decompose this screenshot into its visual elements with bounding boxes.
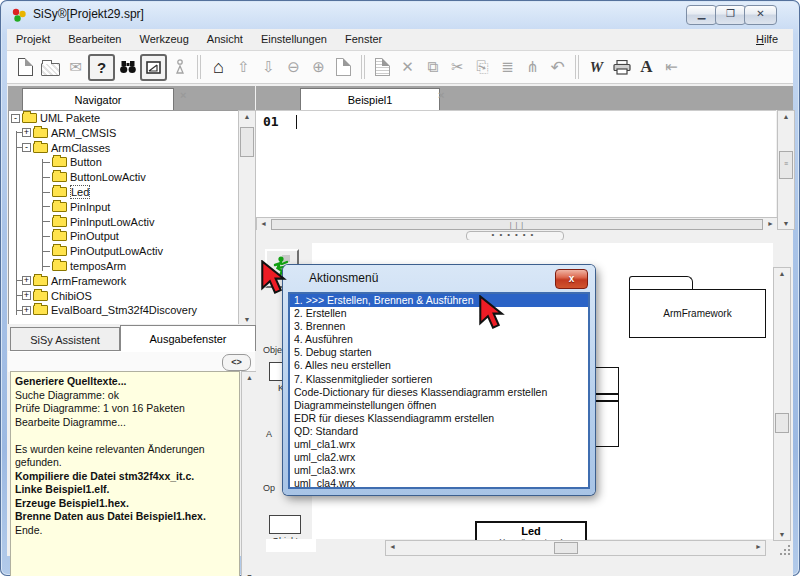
tree-item[interactable]: PinInputLowActiv — [9, 215, 238, 230]
tree-item-label[interactable]: ArmFramework — [51, 275, 126, 287]
action-list-item[interactable]: Code-Dictionary für dieses Klassendiagra… — [290, 386, 588, 399]
tree-item[interactable]: temposArm — [9, 259, 238, 274]
tree-item-label[interactable]: PinInputLowActiv — [70, 216, 154, 228]
tree-expander-icon[interactable]: + — [22, 306, 31, 315]
scroll-up-icon[interactable]: ▲ — [778, 113, 794, 120]
scroll-down-icon[interactable]: ▼ — [778, 220, 794, 227]
tree-item-label[interactable]: UML Pakete — [40, 112, 100, 124]
uml-package-armframework[interactable]: ArmFramework — [629, 289, 766, 338]
action-list-item[interactable]: QD: Standard — [290, 425, 588, 438]
resize-grip[interactable] — [779, 545, 791, 557]
menu-item[interactable]: Projekt — [7, 29, 59, 45]
tree-item[interactable]: -ArmClasses — [9, 141, 238, 156]
tree-item[interactable]: +ChibiOS — [9, 289, 238, 304]
palette-label-a[interactable]: A — [266, 429, 272, 439]
canvas-hscrollbar[interactable]: ◄ ► — [385, 540, 766, 556]
action-list-item[interactable]: 2. Erstellen — [290, 307, 588, 320]
diagram-window-icon[interactable] — [140, 54, 167, 81]
tab-sisy-assistent[interactable]: SiSy Assistent — [10, 327, 120, 351]
tree-item[interactable]: PinInput — [9, 200, 238, 215]
action-list-item[interactable]: 7. Klassenmitglieder sortieren — [290, 373, 588, 386]
canvas-vscrollbar[interactable]: ▲ ▼ — [773, 267, 791, 541]
code-editor[interactable]: 01 — [256, 110, 776, 218]
title-bar[interactable]: SiSy®[Projekt29.spr] ▁ ❐ ✕ — [0, 0, 800, 29]
open-folder-icon[interactable] — [38, 55, 63, 80]
print-icon[interactable] — [609, 55, 634, 80]
action-list-item[interactable]: EDR für dieses Klassendiagramm erstellen — [290, 412, 588, 425]
new-document-icon[interactable] — [13, 55, 38, 80]
tree-expander-icon[interactable]: - — [11, 114, 20, 123]
action-list-item[interactable]: uml_cla1.wrx — [290, 438, 588, 451]
tree-expander-icon[interactable]: + — [22, 276, 31, 285]
splitter[interactable]: •••••• — [256, 230, 793, 240]
editor-tab-close-icon[interactable]: × — [438, 89, 444, 101]
tree-item[interactable]: PinOutputLowActiv — [9, 244, 238, 259]
tree-item[interactable]: +ArmFramework — [9, 274, 238, 289]
tree-item-label[interactable]: ARM_CMSIS — [51, 127, 116, 139]
scroll-down-icon[interactable]: ▼ — [239, 316, 255, 323]
word-export-icon[interactable]: W — [584, 55, 609, 80]
menu-item-help[interactable]: Hilfe — [747, 29, 787, 45]
scroll-up-icon[interactable]: ▲ — [774, 270, 790, 277]
dialog-close-button[interactable]: x — [555, 269, 588, 289]
scroll-up-icon[interactable]: ▲ — [239, 113, 255, 120]
navigator-close-icon[interactable]: × — [180, 89, 186, 101]
scroll-thumb[interactable] — [775, 413, 789, 433]
action-list-item[interactable]: 5. Debug starten — [290, 346, 588, 359]
scroll-right-icon[interactable]: ► — [767, 219, 774, 229]
menu-item[interactable]: Einstellungen — [252, 29, 336, 45]
help-mode-icon[interactable]: ? — [88, 54, 115, 81]
scroll-up-icon[interactable]: ▲ — [242, 374, 257, 381]
close-button[interactable]: ✕ — [744, 5, 777, 25]
tree-item-label[interactable]: Led — [70, 185, 90, 199]
palette-label-op[interactable]: Op — [263, 483, 275, 493]
action-list-item[interactable]: 6. Alles neu erstellen — [290, 359, 588, 372]
menu-item[interactable]: Bearbeiten — [59, 29, 130, 45]
tree-item[interactable]: +ARM_CMSIS — [9, 126, 238, 141]
scroll-thumb[interactable] — [240, 127, 254, 157]
home-icon[interactable]: ⌂ — [206, 55, 231, 80]
minimize-button[interactable]: ▁ — [686, 5, 717, 25]
tree-item[interactable]: -UML Pakete — [9, 111, 238, 126]
editor-vscrollbar[interactable]: ▲ ≡ ▼ — [777, 110, 795, 230]
tree-item-label[interactable]: ButtonLowActiv — [70, 171, 146, 183]
scroll-down-icon[interactable]: ▼ — [774, 531, 790, 538]
tree-item-label[interactable]: PinOutputLowActiv — [70, 245, 163, 257]
tree-item[interactable]: ButtonLowActiv — [9, 170, 238, 185]
tree-item-label[interactable]: ChibiOS — [51, 290, 92, 302]
tree-item-label[interactable]: Button — [70, 156, 102, 168]
tree-item-label[interactable]: PinOutput — [70, 230, 119, 242]
menu-item[interactable]: Ansicht — [198, 29, 252, 45]
scroll-right-icon[interactable]: ► — [755, 542, 762, 552]
menu-item[interactable]: Fenster — [336, 29, 391, 45]
tree-item[interactable]: PinOutput — [9, 229, 238, 244]
menu-item[interactable]: Werkzeug — [130, 29, 197, 45]
tree-item[interactable]: Button — [9, 155, 238, 170]
tree-item[interactable]: +EvalBoard_Stm32f4Discovery — [9, 303, 238, 318]
scroll-thumb[interactable]: | | | — [271, 219, 763, 230]
action-list-item[interactable]: 4. Ausführen — [290, 333, 588, 346]
tab-beispiel1[interactable]: Beispiel1 — [300, 88, 440, 110]
action-list-item[interactable]: uml_cla3.wrx — [290, 464, 588, 477]
scroll-left-icon[interactable]: ◄ — [260, 219, 267, 229]
action-list-item[interactable]: 1. >>> Erstellen, Brennen & Ausführen — [290, 294, 588, 307]
tree-expander-icon[interactable]: + — [22, 291, 31, 300]
font-icon[interactable]: A — [634, 55, 659, 80]
tab-navigator[interactable]: Navigator — [22, 88, 174, 110]
tree-expander-icon[interactable]: + — [22, 128, 31, 137]
action-list-item[interactable]: uml_cla2.wrx — [290, 451, 588, 464]
restore-button[interactable]: ❐ — [715, 5, 746, 25]
tree-item-label[interactable]: temposArm — [70, 260, 126, 272]
scroll-thumb[interactable]: ≡ — [779, 151, 793, 179]
tree-item-label[interactable]: ArmClasses — [51, 142, 110, 154]
scroll-thumb[interactable] — [554, 542, 578, 554]
tree-item-label[interactable]: EvalBoard_Stm32f4Discovery — [51, 304, 197, 316]
action-list-item[interactable]: uml_cla4.wrx — [290, 477, 588, 489]
tree-item[interactable]: Led — [9, 185, 238, 200]
tree-expander-icon[interactable]: - — [22, 143, 31, 152]
collapse-expander-button[interactable]: <> — [222, 354, 251, 371]
action-list-item[interactable]: Diagrammeinstellungen öffnen — [290, 399, 588, 412]
palette-item-box[interactable] — [269, 515, 301, 534]
scroll-left-icon[interactable]: ◄ — [389, 542, 396, 552]
action-list-item[interactable]: 3. Brennen — [290, 320, 588, 333]
